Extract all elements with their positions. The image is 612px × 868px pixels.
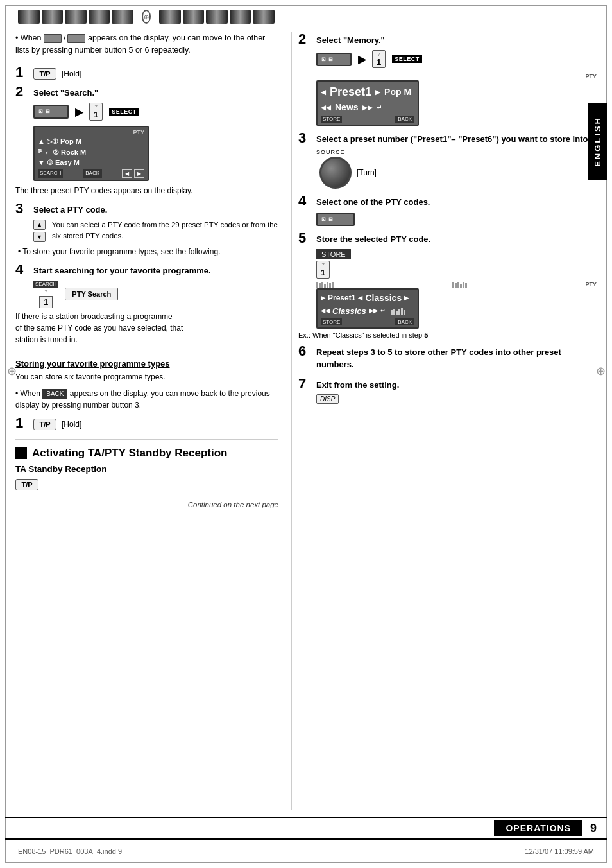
header-left: ⊕ (5, 8, 275, 26)
classics-label-1: Classics (365, 291, 402, 305)
step-3-label: Select a PTY code. (33, 202, 107, 216)
step-5r-classics-screen: PTY ▶ Preset1 ◀ Classics ▶ ◀◀ Classics ▶… (316, 281, 597, 329)
step-2-num-small: 7 (94, 104, 97, 110)
step-2-num-val: 1 (94, 110, 98, 119)
step-4-num: 4 (15, 263, 28, 277)
step-7r: 7 Exit from the setting. (298, 377, 597, 391)
operations-label: OPERATIONS (494, 820, 582, 836)
store-badge-classics: STORE (321, 318, 342, 326)
step-2-num-display: 7 1 (89, 103, 103, 121)
store-badge-main[interactable]: STORE (316, 249, 351, 259)
step-4r: 4 Select one of the PTY codes. (298, 194, 597, 208)
search-num-small: 7 (44, 289, 47, 295)
tp-button-ta[interactable]: T/P (15, 479, 38, 490)
step-2-device: ⊡⊟ ▶ 7 1 SELECT (33, 103, 278, 121)
step-4r-num: 4 (298, 194, 311, 208)
back-badge-classics: BACK (395, 318, 414, 326)
step-4-desc: If there is a station broadcasting a pro… (15, 311, 278, 345)
preset-row-1: ◀ Preset1 ▶ Pop M (321, 83, 414, 101)
step-3: 3 Select a PTY code. (15, 202, 278, 216)
main-content: • When / appears on the display, you can… (15, 32, 597, 810)
bullet-store: • To store your favorite programme types… (15, 246, 278, 257)
right-column: 2 Select "Memory." ⊡⊟ ▶ 7 1 SELECT PTY (291, 32, 597, 810)
step-1-num: 1 (15, 65, 28, 80)
activating-title: Activating TA/PTY Standby Reception (32, 446, 227, 460)
intro-section: • When / appears on the display, you can… (15, 32, 278, 56)
down-arrow-button[interactable]: ▼ (33, 232, 46, 242)
popm-label: Pop M (384, 85, 411, 99)
footer-bar: EN08-15_PDR61_003A_4.indd 9 12/31/07 11:… (5, 840, 607, 863)
step-5r-store: STORE 7 1 (316, 249, 597, 279)
left-column: • When / appears on the display, you can… (15, 32, 291, 810)
step-2r-num-display: 7 1 (372, 50, 386, 68)
header-block-8 (206, 10, 228, 24)
header-block-5 (112, 10, 133, 24)
pty-row-1: ▲ ▷① Pop M (38, 136, 144, 147)
preset-memory-screen: ◀ Preset1 ▶ Pop M ◀◀ News ▶▶ ↵ STORE BAC… (316, 80, 419, 126)
step-2r-device: ⊡⊟ ▶ 7 1 SELECT (316, 50, 597, 68)
step-2-num: 2 (15, 85, 28, 99)
step-3-num: 3 (15, 202, 28, 216)
pty-footer: SEARCH BACK ◀ ▶ (38, 169, 144, 178)
turn-label: [Turn] (357, 168, 377, 177)
step-4: 4 Start searching for your favorite prog… (15, 263, 278, 277)
activating-heading: Activating TA/PTY Standby Reception (15, 446, 278, 460)
step-2r-select-badge: SELECT (392, 55, 422, 63)
pty-row-2: ℙᵧ② Rock M (38, 147, 144, 158)
step-3r-label: Select a preset number ("Preset1"– "Pres… (316, 131, 590, 145)
step-2r: 2 Select "Memory." (298, 32, 597, 46)
search-num-block: SEARCH 7 1 (33, 281, 58, 308)
source-knob[interactable] (319, 157, 352, 189)
search-num-val: 1 (39, 296, 53, 308)
step-2r-preset-screen: PTY ◀ Preset1 ▶ Pop M ◀◀ News ▶▶ ↵ STORE (316, 73, 597, 126)
step-7r-num: 7 (298, 377, 311, 391)
arrow-buttons: ▲ ▼ (33, 220, 46, 242)
pty-label-5r: PTY (585, 281, 597, 288)
step-5r-label: Store the selected PTY code. (316, 231, 430, 245)
compass-icon-left: ⊕ (142, 10, 151, 24)
storing-bullet: • When BACK appears on the display, you … (15, 388, 278, 411)
header-block-4 (89, 10, 110, 24)
preset1-label: Preset1 (330, 83, 371, 101)
step-2-pty-screen: PTY ▲ ▷① Pop M ℙᵧ② Rock M ▼ ③ Easy M SEA… (33, 126, 278, 181)
step-4r-label: Select one of the PTY codes. (316, 194, 430, 208)
step-3-arrows: ▲ ▼ You can select a PTY code from the 2… (33, 220, 278, 242)
store-badge-1: STORE (321, 116, 342, 123)
store-num-block: 7 1 (316, 261, 330, 279)
pty-row-3: ▼ ③ Easy M (38, 157, 144, 168)
step-3r-num: 3 (298, 131, 311, 145)
disp-button-row: DISP (316, 394, 597, 404)
section-divider (15, 352, 278, 352)
store-btn-block: STORE 7 1 (316, 249, 351, 279)
header-block-2 (42, 10, 64, 24)
intro-bullet: • When / appears on the display, you can… (15, 32, 278, 56)
step-7r-label: Exit from the setting. (316, 377, 399, 391)
classics-screen: ▶ Preset1 ◀ Classics ▶ ◀◀ Classics ▶▶ ↵ (316, 288, 419, 329)
step-2r-num: 2 (298, 32, 311, 46)
back-badge-inline: BACK (42, 389, 67, 399)
knob-container: SOURCE [Turn] (316, 149, 597, 189)
step-2-lcd-small: ⊡⊟ (33, 105, 69, 118)
step-1: 1 T/P [Hold] (15, 65, 278, 80)
header-block-7 (183, 10, 205, 24)
news-label: News (335, 101, 359, 114)
step-5r: 5 Store the selected PTY code. (298, 231, 597, 245)
bars-row2 (391, 308, 405, 315)
step-4-label: Start searching for your favorite progra… (33, 263, 211, 277)
classics-label-2: Classics (332, 305, 366, 318)
up-arrow-button[interactable]: ▲ (33, 220, 46, 230)
search-badge-2[interactable]: SEARCH (33, 281, 58, 288)
header-block-1 (18, 10, 40, 24)
tp-button-1b[interactable]: T/P (33, 419, 56, 430)
step-2: 2 Select "Search." (15, 85, 278, 99)
header-block-10 (253, 10, 275, 24)
disp-button[interactable]: DISP (316, 394, 339, 404)
classics-footer: STORE BACK (321, 318, 414, 326)
bars-right (452, 281, 467, 288)
step-1b-content: T/P [Hold] (33, 416, 81, 430)
step-3-desc: You can select a PTY code from the 29 pr… (52, 220, 278, 242)
tp-button-1[interactable]: T/P (33, 68, 56, 80)
header-block-6 (159, 10, 181, 24)
step-2-select-badge: SELECT (109, 108, 139, 116)
page-number: 9 (590, 822, 597, 835)
